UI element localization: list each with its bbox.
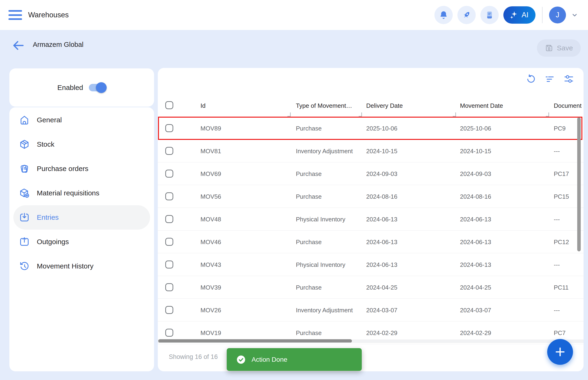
- cell-document: PC11: [554, 284, 582, 291]
- table-row[interactable]: MOV81 Inventory Adjustment 2024-10-15 20…: [158, 140, 584, 162]
- cell-movement-date: 2024-06-13: [460, 239, 491, 246]
- row-checkbox[interactable]: [165, 238, 173, 246]
- table-row[interactable]: MOV69 Purchase 2024-09-03 2024-09-03 PC1…: [158, 162, 584, 185]
- cell-movement-date: 2025-10-06: [460, 125, 491, 132]
- row-checkbox[interactable]: [165, 124, 173, 132]
- table-row[interactable]: MOV43 Physical Inventory 2024-06-13 2024…: [158, 253, 584, 276]
- download-icon: [19, 212, 30, 223]
- cell-delivery-date: 2024-09-03: [366, 170, 397, 178]
- cell-type: Purchase: [296, 284, 322, 291]
- table-row[interactable]: MOV46 Purchase 2024-06-13 2024-06-13 PC1…: [158, 230, 584, 253]
- cell-document: ---: [554, 261, 582, 268]
- cell-id: MOV69: [201, 170, 221, 178]
- ai-assistant-button[interactable]: AI: [503, 6, 535, 24]
- history-icon: [19, 261, 30, 271]
- table-row[interactable]: MOV48 Physical Inventory 2024-06-13 2024…: [158, 208, 584, 230]
- cell-id: MOV81: [201, 148, 221, 155]
- cell-document: PC7: [554, 329, 582, 337]
- success-toast: Action Done: [227, 348, 362, 371]
- horizontal-scrollbar[interactable]: [158, 339, 352, 343]
- app-window: Warehouses: [0, 0, 588, 380]
- row-checkbox[interactable]: [165, 215, 173, 223]
- cell-type: Purchase: [296, 193, 322, 200]
- cell-delivery-date: 2024-06-13: [366, 216, 397, 223]
- vertical-scrollbar[interactable]: [577, 117, 581, 251]
- breadcrumb-bar: Armazem Global Save: [0, 30, 588, 61]
- notebook-icon: [485, 10, 494, 20]
- cell-delivery-date: 2024-06-13: [366, 261, 397, 268]
- sidebar-nav: General Stock Purchase orders Material r…: [9, 107, 154, 371]
- footer-divider: [158, 342, 584, 343]
- back-arrow-button[interactable]: [11, 38, 25, 53]
- sidebar-item-material-requisitions[interactable]: Material requisitions: [13, 181, 150, 205]
- sidebar-item-label: Material requisitions: [37, 189, 100, 197]
- column-header-movement-date[interactable]: Movement Date: [460, 102, 503, 109]
- sidebar-item-general[interactable]: General: [13, 108, 150, 132]
- column-header-type-of-movement[interactable]: Type of Movement…: [296, 102, 352, 109]
- sidebar-item-outgoings[interactable]: Outgoings: [13, 229, 150, 254]
- toast-message: Action Done: [252, 356, 287, 363]
- row-checkbox[interactable]: [165, 329, 173, 337]
- chevron-down-icon[interactable]: [571, 11, 579, 19]
- table-row[interactable]: MOV56 Purchase 2024-08-16 2024-08-16 PC1…: [158, 185, 584, 208]
- filter-button[interactable]: [545, 74, 554, 84]
- movements-table-card: IdType of Movement…Delivery DateMovement…: [158, 68, 584, 371]
- cell-type: Physical Inventory: [296, 261, 345, 268]
- cell-delivery-date: 2024-10-15: [366, 148, 397, 155]
- cell-id: MOV46: [201, 239, 221, 246]
- cell-id: MOV48: [201, 216, 221, 223]
- table-body: MOV89 Purchase 2025-10-06 2025-10-06 PC9…: [158, 117, 584, 344]
- app-header: Warehouses: [0, 0, 588, 30]
- cell-movement-date: 2024-06-13: [460, 261, 491, 268]
- sidebar-item-stock[interactable]: Stock: [13, 132, 150, 156]
- row-count-status: Showing 16 of 16: [169, 353, 218, 361]
- cell-id: MOV56: [201, 193, 221, 200]
- upload-icon: [19, 236, 30, 247]
- column-resize-handle[interactable]: [453, 113, 456, 117]
- cell-movement-date: 2024-10-15: [460, 148, 491, 155]
- table-row[interactable]: MOV26 Inventory Adjustment 2024-03-07 20…: [158, 299, 584, 322]
- enabled-toggle[interactable]: [89, 84, 106, 91]
- sidebar-item-movement-history[interactable]: Movement History: [13, 254, 150, 278]
- cell-type: Purchase: [296, 329, 322, 337]
- sparkle-icon: [509, 10, 518, 20]
- cell-type: Inventory Adjustment: [296, 148, 353, 155]
- column-header-document[interactable]: Document: [554, 102, 582, 109]
- cell-delivery-date: 2024-06-13: [366, 239, 397, 246]
- column-header-id[interactable]: Id: [201, 102, 206, 109]
- floppy-icon: [545, 44, 553, 53]
- column-resize-handle[interactable]: [359, 113, 362, 117]
- row-checkbox[interactable]: [165, 306, 173, 314]
- row-checkbox[interactable]: [165, 170, 173, 178]
- docs-button[interactable]: [480, 6, 499, 24]
- column-resize-handle[interactable]: [546, 113, 549, 117]
- rocket-icon: [462, 10, 471, 20]
- column-resize-handle[interactable]: [287, 113, 291, 117]
- cell-delivery-date: 2024-08-16: [366, 193, 397, 200]
- column-settings-button[interactable]: [564, 74, 574, 84]
- sidebar-item-purchase-orders[interactable]: Purchase orders: [13, 156, 150, 181]
- table-row[interactable]: MOV89 Purchase 2025-10-06 2025-10-06 PC9: [158, 117, 584, 140]
- row-checkbox[interactable]: [165, 147, 173, 155]
- sidebar-item-entries[interactable]: Entries: [13, 205, 150, 229]
- whats-new-button[interactable]: [457, 6, 476, 24]
- cell-id: MOV39: [201, 284, 221, 291]
- table-header-row: IdType of Movement…Delivery DateMovement…: [158, 95, 584, 117]
- add-entry-fab[interactable]: [547, 339, 573, 365]
- row-checkbox[interactable]: [165, 261, 173, 268]
- table-row[interactable]: MOV39 Purchase 2024-04-25 2024-04-25 PC1…: [158, 276, 584, 299]
- enabled-card: Enabled: [9, 68, 154, 107]
- row-checkbox[interactable]: [165, 192, 173, 200]
- refresh-button[interactable]: [526, 74, 536, 84]
- cell-movement-date: 2024-04-25: [460, 284, 491, 291]
- sidebar-item-label: Purchase orders: [37, 165, 88, 173]
- user-avatar[interactable]: J: [549, 7, 566, 23]
- select-all-checkbox[interactable]: [165, 101, 173, 109]
- save-button[interactable]: Save: [537, 39, 581, 57]
- cell-id: MOV19: [201, 329, 221, 337]
- column-header-delivery-date[interactable]: Delivery Date: [366, 102, 403, 109]
- hamburger-menu-icon[interactable]: [8, 10, 22, 20]
- notifications-button[interactable]: [434, 6, 453, 24]
- row-checkbox[interactable]: [165, 283, 173, 291]
- cell-movement-date: 2024-09-03: [460, 170, 491, 178]
